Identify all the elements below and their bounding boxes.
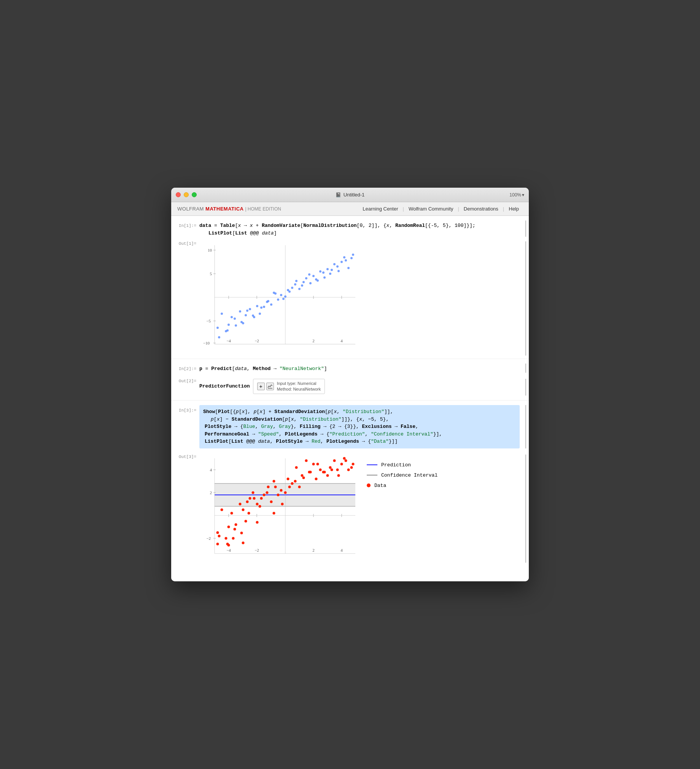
cell-in3: In[3]:= Show[Plot[{p[x], p[x] + Standard… <box>171 400 529 452</box>
svg-point-26 <box>235 324 237 327</box>
fullscreen-button[interactable] <box>192 192 197 197</box>
svg-point-25 <box>231 316 233 318</box>
svg-point-43 <box>295 280 297 282</box>
svg-point-131 <box>312 463 315 465</box>
titlebar: 📓 Untitled-1 100% ▾ <box>171 188 529 202</box>
svg-point-74 <box>316 280 319 282</box>
svg-text:2: 2 <box>210 490 212 495</box>
svg-point-66 <box>260 306 262 309</box>
svg-point-50 <box>319 270 321 273</box>
svg-point-58 <box>347 267 350 269</box>
svg-point-51 <box>323 277 326 279</box>
in3-body[interactable]: Show[Plot[{p[x], p[x] + StandardDeviatio… <box>198 404 523 450</box>
svg-point-24 <box>228 323 230 326</box>
svg-point-150 <box>266 491 268 494</box>
nav-help[interactable]: Help <box>505 204 523 213</box>
nav-sep-2: | <box>457 206 459 212</box>
svg-point-133 <box>319 468 322 471</box>
svg-point-166 <box>256 521 259 523</box>
svg-point-38 <box>277 298 279 301</box>
in2-body[interactable]: p = Predict[data, Method → "NeuralNetwor… <box>198 362 523 374</box>
svg-point-73 <box>308 273 310 276</box>
nav-menu: Learning Center | Wolfram Community | De… <box>359 204 523 213</box>
svg-point-147 <box>246 500 249 503</box>
svg-point-70 <box>288 290 291 293</box>
svg-point-115 <box>256 502 259 505</box>
in1-body[interactable]: data = Table[x → x + RandomVariate[Norma… <box>198 219 523 238</box>
predictor-function-label: PredictorFunction <box>199 383 250 389</box>
nav-wolfram-community[interactable]: Wolfram Community <box>405 204 457 213</box>
svg-point-122 <box>280 489 283 491</box>
chart-icon <box>267 383 273 389</box>
svg-point-33 <box>259 312 261 315</box>
svg-point-64 <box>246 309 249 312</box>
predictor-plus-btn[interactable]: + <box>257 383 265 390</box>
svg-point-67 <box>266 301 268 303</box>
in3-line4: PerformanceGoal → "Speed", PlotLegends →… <box>203 431 516 438</box>
predictor-chart-btn[interactable] <box>266 383 274 390</box>
scatter-plot-1: −4 −2 2 4 10 5 <box>199 241 359 356</box>
svg-point-69 <box>282 298 284 300</box>
svg-point-123 <box>284 491 287 494</box>
svg-point-34 <box>263 306 265 308</box>
svg-point-143 <box>218 534 221 537</box>
legend-item-data: Data <box>367 483 438 488</box>
predictor-box[interactable]: + Input type: Numerical Method: NeuralNe… <box>253 379 325 394</box>
cell-out2: Out[2]= PredictorFunction + <box>171 376 529 401</box>
svg-point-72 <box>302 281 305 283</box>
svg-point-47 <box>309 282 311 285</box>
svg-point-30 <box>249 308 251 310</box>
svg-text:5: 5 <box>210 272 212 276</box>
svg-point-46 <box>305 277 307 280</box>
svg-text:−2: −2 <box>255 548 259 552</box>
notebook-icon: 📓 <box>336 192 341 198</box>
svg-point-39 <box>280 294 282 296</box>
svg-point-114 <box>252 491 255 494</box>
svg-text:4: 4 <box>210 468 212 472</box>
svg-point-136 <box>329 466 332 469</box>
svg-point-140 <box>343 457 346 460</box>
svg-point-157 <box>316 463 319 465</box>
svg-point-117 <box>263 493 265 496</box>
minimize-button[interactable] <box>184 192 189 197</box>
nav-sep-3: | <box>502 206 505 212</box>
svg-text:−2: −2 <box>255 338 259 343</box>
svg-point-79 <box>350 257 353 259</box>
in1-code-line1: data = Table[x → x + RandomVariate[Norma… <box>199 222 520 230</box>
svg-point-141 <box>347 468 350 471</box>
window-title: Untitled-1 <box>344 192 365 198</box>
svg-point-48 <box>312 275 315 277</box>
svg-point-163 <box>217 542 219 545</box>
svg-point-29 <box>245 314 247 316</box>
in3-code: Show[Plot[{p[x], p[x] + StandardDeviatio… <box>199 405 520 449</box>
out2-label: Out[2]= <box>171 377 198 397</box>
app-edition-label: | HOME EDITION <box>245 206 281 212</box>
svg-point-125 <box>291 482 294 484</box>
predictor-info: Input type: Numerical Method: NeuralNetw… <box>277 381 321 393</box>
svg-point-78 <box>345 259 347 262</box>
svg-point-105 <box>221 508 223 511</box>
svg-point-137 <box>333 459 336 462</box>
close-button[interactable] <box>176 192 181 197</box>
svg-point-128 <box>301 474 303 477</box>
in2-code: p = Predict[data, Method → "NeuralNetwor… <box>199 365 520 373</box>
svg-point-54 <box>333 263 336 265</box>
out3-label: Out[3]= <box>171 453 198 564</box>
svg-point-76 <box>331 269 333 271</box>
svg-text:2: 2 <box>312 338 315 343</box>
svg-point-68 <box>274 292 276 294</box>
svg-point-110 <box>239 502 242 505</box>
svg-point-169 <box>232 537 235 539</box>
svg-point-77 <box>336 265 339 268</box>
svg-point-113 <box>249 497 252 499</box>
svg-point-60 <box>218 336 220 338</box>
svg-text:−2: −2 <box>206 536 211 541</box>
nav-learning-center[interactable]: Learning Center <box>359 204 402 213</box>
svg-text:10: 10 <box>208 248 212 253</box>
confidence-label: Confidence Interval <box>381 473 438 478</box>
svg-point-145 <box>234 528 236 530</box>
zoom-control[interactable]: 100% ▾ <box>509 192 524 198</box>
svg-point-162 <box>350 466 353 469</box>
nav-demonstrations[interactable]: Demonstrations <box>460 204 502 213</box>
in1-label: In[1]:= <box>171 219 198 238</box>
